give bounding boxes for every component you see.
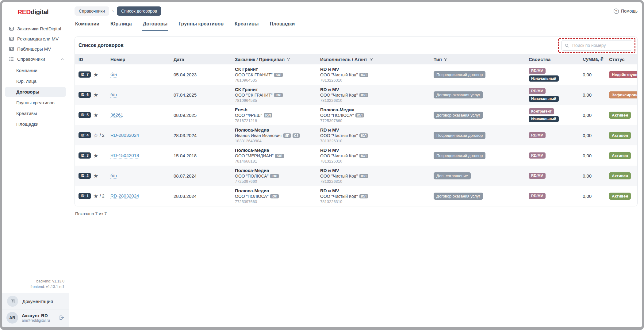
party-inn: 7814668181 (235, 159, 320, 163)
table-row: ID: 4☆/ 2RD-2803202428.03.2024Полюса-Мед… (75, 125, 637, 145)
breadcrumb-item-1[interactable]: Справочники (75, 6, 109, 16)
contract-type-chip: Посреднический договор (434, 71, 485, 78)
id-card-icon (9, 46, 14, 52)
sidebar-item-1[interactable]: Заказчики RedDigital (2, 24, 69, 34)
breadcrumb-item-2[interactable]: Список договоров (117, 6, 161, 16)
sidebar-item-2[interactable]: Рекламодатели MV (2, 34, 69, 44)
logo: REDdigital (2, 2, 69, 16)
property-chip: RD/MV (529, 173, 546, 179)
status-cell: Активен (609, 132, 634, 139)
sidebar-subitem-2[interactable]: Юр. лица (5, 76, 66, 86)
tab-4[interactable]: Группы креативов (178, 19, 224, 31)
favorite-star[interactable]: ★ (93, 173, 110, 179)
status-badge: Недействующий (609, 71, 638, 78)
funnel-icon[interactable] (286, 57, 290, 61)
search-icon (565, 43, 569, 48)
breadcrumb-chevron-icon: › (112, 8, 114, 14)
table-row: ID: 2★б/н08.07.2024Полюса-МедиаООО "ПОЛЮ… (75, 166, 637, 186)
search-box[interactable] (561, 40, 632, 51)
party-inn: 7813226310 (320, 139, 434, 143)
sidebar-item-3[interactable]: Паблишеры MV (2, 44, 69, 54)
account-row[interactable]: AR Аккаунт RD am@reddigital.ru (2, 309, 69, 327)
tab-1[interactable]: Компании (75, 19, 100, 31)
sidebar-item-label: Паблишеры MV (17, 46, 51, 52)
favorite-star[interactable]: ☆/ 2 (93, 132, 110, 138)
column-header-9: Сумма, ₽ (583, 56, 609, 62)
status-cell: Активен (609, 112, 634, 119)
funnel-icon[interactable] (369, 57, 373, 61)
customer-cell: Полюса-МедиаООО "МЕРИДИАН"ЮЛ7814668181 (235, 148, 320, 163)
help-button[interactable]: ? Помощь (614, 9, 638, 14)
sidebar-subitem-1[interactable]: Компании (5, 65, 66, 75)
contract-type-chip: Посреднический договор (434, 132, 485, 139)
entity-type-badge: СЗ (293, 133, 300, 138)
property-chip: Изначальный (529, 116, 559, 122)
party-inn: 7813226310 (320, 78, 434, 82)
tab-5[interactable]: Креативы (234, 19, 259, 31)
favorite-star[interactable]: ★/ 2 (93, 193, 110, 199)
contract-sum: 0,00 (583, 113, 609, 118)
column-header-5: Заказчик / Принципал (235, 57, 320, 62)
topbar: Справочники›Список договоров ? Помощь (75, 6, 638, 16)
party-name: RD и MV (320, 87, 434, 92)
status-cell: Активен (609, 193, 634, 200)
table-row: ID: 1★/ 2RD-2803202428.03.2024Полюса-Мед… (75, 186, 637, 206)
favorite-star[interactable]: ★ (93, 92, 110, 98)
status-cell: Зафиксирован (609, 91, 638, 98)
contract-number-link[interactable]: 36261 (110, 112, 123, 117)
sidebar-subitem-4[interactable]: Группы креативов (5, 98, 66, 108)
party-entity: ООО "СК ГРАНИТ"ЮЛ (235, 93, 320, 98)
id-card-icon (9, 26, 14, 31)
party-entity: ООО "ПОЛЮСА"ЮЛ (235, 174, 320, 178)
results-count: Показано 7 из 7 (75, 211, 638, 216)
row-id-badge: ID: 4 (79, 132, 91, 138)
documentation-link[interactable]: Документация (2, 293, 69, 309)
party-name: СК Гранит (235, 87, 320, 92)
executor-cell: RD и MVООО "Чистый Код"ЮЛ7813226310 (320, 148, 434, 163)
table-row: ID: 6★б/н07.04.2025СК ГранитООО "СК ГРАН… (75, 85, 637, 105)
sidebar-subnav: КомпанииЮр. лицаДоговорыГруппы креативов… (2, 65, 69, 130)
contract-date: 28.03.2024 (174, 133, 235, 138)
row-id-badge: ID: 3 (79, 152, 91, 159)
sidebar-subitem-5[interactable]: Креативы (5, 108, 66, 118)
status-badge: Зафиксирован (609, 91, 638, 98)
account-info: Аккаунт RD am@reddigital.ru (22, 313, 50, 323)
contract-sum: 0,00 (583, 173, 609, 178)
favorite-star[interactable]: ★ (93, 153, 110, 159)
contract-number-link[interactable]: RD-15042018 (110, 153, 139, 158)
document-icon (7, 296, 18, 307)
customer-cell: Полюса-МедиаООО "ПОЛЮСА"ЮЛ7725397660 (235, 188, 320, 204)
party-name: RD и MV (320, 67, 434, 72)
sidebar-item-4[interactable]: Справочники (2, 54, 69, 64)
tab-2[interactable]: Юр.лица (110, 19, 132, 31)
contract-date: 28.03.2024 (174, 194, 235, 199)
property-chip: Изначальный (529, 75, 559, 82)
sidebar-subitem-3[interactable]: Договоры (5, 87, 66, 97)
funnel-icon[interactable] (444, 57, 448, 61)
contract-number-link[interactable]: RD-28032024 (110, 193, 139, 198)
tab-3[interactable]: Договоры (142, 19, 168, 31)
sidebar-subitem-6[interactable]: Площадки (5, 119, 66, 129)
type-cell: Посреднический договор (434, 152, 529, 159)
contract-sum: 0,00 (583, 133, 609, 138)
party-entity: Иванов Иван ИвановичИПСЗ (235, 133, 320, 138)
search-input[interactable] (572, 43, 629, 48)
contract-number-link[interactable]: б/н (110, 173, 117, 178)
property-chip: RD/MV (529, 132, 546, 138)
tab-6[interactable]: Площадки (269, 19, 296, 31)
logo-digital-text: digital (31, 8, 48, 15)
logout-icon[interactable] (58, 315, 64, 321)
id-cell: ID: 1 (79, 193, 93, 199)
favorite-star[interactable]: ★ (93, 112, 110, 118)
party-entity: ООО "Чистый Код"ЮЛ (320, 133, 434, 138)
id-cell: ID: 4 (79, 132, 93, 138)
contract-number-link[interactable]: RD-28032024 (110, 132, 139, 138)
executor-cell: RD и MVООО "Чистый Код"ЮЛ7813226310 (320, 168, 434, 184)
contract-number-link[interactable]: б/н (110, 72, 117, 77)
favorite-star[interactable]: ★ (93, 72, 110, 78)
party-entity: ООО "Чистый Код"ЮЛ (320, 174, 434, 178)
table-row: ID: 3★RD-1504201815.04.2018Полюса-МедиаО… (75, 145, 637, 166)
row-id-badge: ID: 2 (79, 173, 91, 179)
contract-number-link[interactable]: б/н (110, 92, 117, 97)
entity-type-badge: ЮЛ (275, 154, 284, 158)
